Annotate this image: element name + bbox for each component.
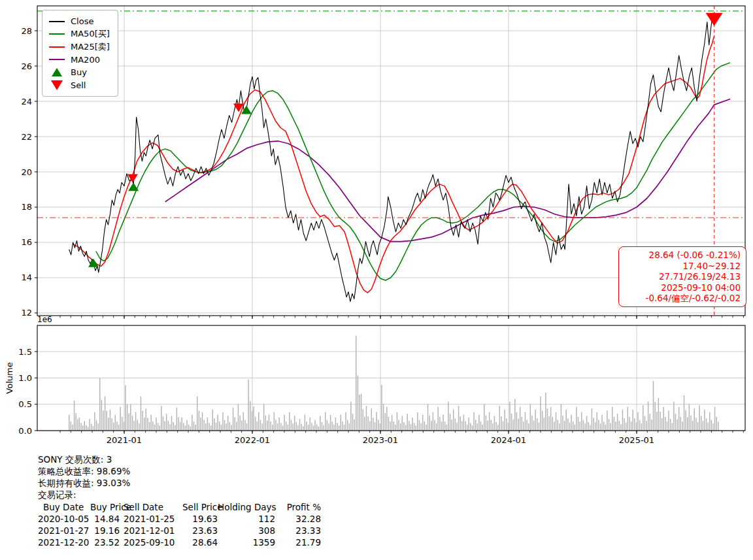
trade-row-cell: 2021-12-01 (120, 525, 182, 536)
svg-text:1e6: 1e6 (37, 315, 52, 324)
ma200-line (165, 99, 730, 242)
buy-triangle-icon (49, 68, 65, 76)
legend-label: MA25[卖] (71, 41, 110, 53)
trade-row-cell: 19.63 (182, 513, 218, 525)
trade-row-cell: 308 (218, 525, 275, 536)
gridlines (37, 6, 745, 431)
col-header-sell-price: Sell Price (182, 501, 218, 513)
svg-text:0.0: 0.0 (18, 426, 32, 436)
trade-row-cell: 28.64 (182, 536, 218, 548)
trade-markers (88, 13, 723, 267)
legend-label: Close (71, 16, 93, 26)
svg-text:20: 20 (21, 167, 32, 177)
volume-axis-label: Volume (5, 362, 14, 393)
trade-row-cell: 112 (218, 513, 275, 525)
trade-row-cell: 2021-12-20 (38, 536, 90, 548)
annotation-line-signal: -0.64/偏空/-0.62/-0.02 (624, 293, 741, 304)
stat-trade-count: SONY 交易次数: 3 (38, 453, 321, 465)
ma50-line-swatch (49, 33, 65, 35)
svg-text:12: 12 (21, 308, 32, 318)
legend: Close MA50[买] MA25[卖] MA200 Buy Sell (42, 10, 118, 97)
trade-row-cell: 2021-01-25 (120, 513, 182, 525)
trade-row-cell: 14.84 (90, 513, 120, 525)
trade-row-cell: 1359 (218, 536, 275, 548)
svg-text:2025-01: 2025-01 (619, 435, 654, 445)
sell-marker (127, 174, 138, 182)
figure: 1214161820222426280.00.51.01.52021-01202… (0, 0, 753, 560)
svg-text:28: 28 (21, 26, 32, 36)
legend-item-buy: Buy (49, 66, 110, 79)
price-annotation-box: 28.64 (-0.06 -0.21%) 17.40~29.12 27.71/2… (618, 246, 746, 307)
legend-item-sell: Sell (49, 79, 110, 92)
svg-text:14: 14 (21, 272, 32, 282)
ma25-line-swatch (49, 46, 65, 48)
svg-text:2024-01: 2024-01 (491, 435, 526, 445)
svg-text:2021-01: 2021-01 (107, 435, 142, 445)
col-header-buy-date: Buy Date (38, 501, 90, 513)
legend-label: MA50[买] (71, 28, 110, 40)
col-header-buy-price: Buy Price (90, 501, 120, 513)
svg-text:1.5: 1.5 (18, 347, 32, 357)
stat-strategy-return: 策略总收益率: 98.69% (38, 465, 321, 477)
sell-marker (706, 13, 723, 26)
close-line (69, 13, 714, 301)
svg-text:0.5: 0.5 (18, 399, 32, 409)
annotation-line-range: 17.40~29.12 (624, 261, 741, 272)
svg-text:18: 18 (21, 202, 32, 212)
svg-text:16: 16 (21, 237, 32, 247)
sell-triangle-icon (49, 80, 65, 90)
legend-item-ma25: MA25[卖] (49, 41, 110, 54)
trade-row-cell: 32.28 (275, 513, 321, 525)
trade-row-cell: 21.79 (275, 536, 321, 548)
annotation-line-datetime: 2025-09-10 04:00 (624, 282, 741, 293)
trade-row-cell: 19.16 (90, 525, 120, 536)
trade-row-cell: 2025-09-10 (120, 536, 182, 548)
trade-row-cell: 23.52 (90, 536, 120, 548)
trade-table: Buy Date Buy Price Sell Date Sell Price … (38, 501, 321, 548)
legend-label: Buy (71, 67, 87, 77)
svg-text:1.0: 1.0 (18, 373, 32, 383)
legend-item-close: Close (49, 15, 110, 28)
col-header-holding-days: Holding Days (218, 501, 275, 513)
volume-bars (69, 336, 719, 431)
svg-text:24: 24 (21, 97, 32, 107)
trade-row-cell: 2020-10-05 (38, 513, 90, 525)
legend-item-ma200: MA200 (49, 54, 110, 67)
legend-label: MA200 (71, 55, 100, 65)
close-line-swatch (49, 21, 65, 22)
col-header-sell-date: Sell Date (120, 501, 182, 513)
svg-text:2023-01: 2023-01 (363, 435, 398, 445)
trade-row-cell: 2021-01-27 (38, 525, 90, 536)
col-header-profit: Profit % (275, 501, 321, 513)
buy-marker (128, 182, 139, 191)
svg-text:22: 22 (21, 132, 32, 142)
trade-row-cell: 23.63 (182, 525, 218, 536)
legend-item-ma50: MA50[买] (49, 28, 110, 41)
svg-text:2022-01: 2022-01 (235, 435, 270, 445)
stat-trades-title: 交易记录: (38, 489, 321, 501)
trade-row-cell: 23.33 (275, 525, 321, 536)
legend-label: Sell (71, 80, 86, 90)
panel-frames (37, 6, 745, 431)
svg-text:26: 26 (21, 61, 32, 71)
annotation-line-mas: 27.71/26.19/24.13 (624, 271, 741, 282)
stat-buyhold-return: 长期持有收益: 93.03% (38, 477, 321, 489)
annotation-line-price: 28.64 (-0.06 -0.21%) (624, 250, 741, 261)
ma200-line-swatch (49, 59, 65, 60)
strategy-stats: SONY 交易次数: 3 策略总收益率: 98.69% 长期持有收益: 93.0… (38, 453, 321, 548)
